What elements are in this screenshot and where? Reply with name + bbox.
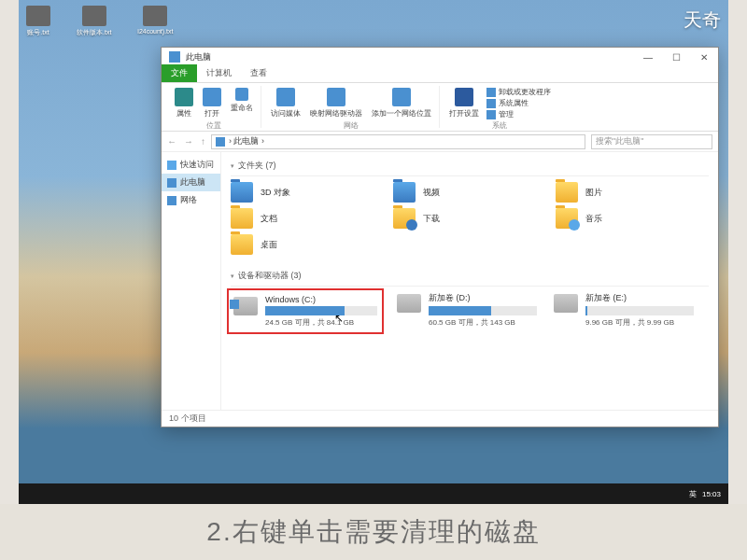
drive-name: 新加卷 (D:) [429,292,537,304]
drive-capacity: 9.96 GB 可用，共 9.99 GB [585,317,694,328]
open-button[interactable]: 打开 [201,86,223,120]
maximize-button[interactable]: ☐ [662,48,690,66]
thispc-icon [169,51,180,63]
nav-pane: 快速访问 此电脑 网络 [162,152,221,410]
titlebar[interactable]: 此电脑 — ☐ ✕ [162,48,718,66]
star-icon [167,161,176,170]
address-bar[interactable]: › 此电脑 › [211,134,585,149]
folder-desktop[interactable]: 桌面 [231,234,384,255]
music-icon [569,219,580,231]
drive-name: 新加卷 (E:) [585,292,694,304]
folder-3dobjects[interactable]: 3D 对象 [231,182,384,203]
programs-icon [486,88,496,97]
drive-icon [554,294,578,313]
uninstall-link[interactable]: 卸载或更改程序 [486,87,551,97]
sidebar-item-network[interactable]: 网络 [162,191,220,209]
usage-bar [429,306,537,315]
clock[interactable]: 15:03 [702,490,721,498]
folder-pictures[interactable]: 图片 [556,182,709,203]
folder-documents[interactable]: 文档 [231,208,384,229]
folder-icon [231,234,253,255]
content-pane[interactable]: 文件夹 (7) 3D 对象 视频 图片 文档 下载 音乐 桌面 设备和驱动器 (… [221,152,718,410]
drive-icon [233,297,258,315]
status-bar: 10 个项目 [162,410,718,427]
drive-capacity: 24.5 GB 可用，共 84.1 GB [265,317,377,328]
sysprops-link[interactable]: 系统属性 [486,98,551,108]
group-label: 位置 [206,120,221,131]
add-network-button[interactable]: 添加一个网络位置 [370,86,433,120]
ribbon-tabs: 文件 计算机 查看 [162,66,718,83]
rename-button[interactable]: 重命名 [229,86,255,120]
folder-music[interactable]: 音乐 [556,208,709,229]
group-label: 系统 [492,120,507,131]
desktop-file-icon[interactable]: 账号.txt [26,6,50,37]
tab-view[interactable]: 查看 [241,64,276,82]
up-button[interactable]: ↑ [201,136,205,147]
taskbar[interactable]: 英 15:03 [19,483,728,504]
network-icon [167,196,176,205]
drive-c[interactable]: Windows (C:) 24.5 GB 可用，共 84.1 GB [231,292,380,330]
tutorial-caption: 2.右键单击需要清理的磁盘 [0,504,747,560]
window-title: 此电脑 [186,51,211,63]
open-settings-button[interactable]: 打开设置 [447,86,481,120]
system-links: 卸载或更改程序 系统属性 管理 [486,86,551,120]
sysprops-icon [486,99,496,108]
section-drives[interactable]: 设备和驱动器 (3) [231,266,709,287]
back-button[interactable]: ← [167,136,176,147]
drive-name: Windows (C:) [265,295,377,304]
media-button[interactable]: 访问媒体 [269,86,303,120]
usage-bar [265,306,377,315]
download-icon [406,219,417,231]
forward-button[interactable]: → [184,136,193,147]
lang-indicator[interactable]: 英 [689,489,697,499]
sidebar-item-thispc[interactable]: 此电脑 [162,174,220,191]
usage-bar [585,306,694,315]
ribbon: 属性 打开 重命名 位置 访问媒体 映射网络驱动器 添加一个网络位置 网络 打开… [162,83,718,132]
thispc-icon [216,137,225,147]
search-input[interactable]: 搜索"此电脑" [591,134,712,149]
manage-link[interactable]: 管理 [486,109,551,119]
drive-capacity: 60.5 GB 可用，共 143 GB [429,317,537,328]
folder-videos[interactable]: 视频 [393,182,546,203]
sidebar-item-quickaccess[interactable]: 快速访问 [162,156,220,174]
file-explorer-window: 此电脑 — ☐ ✕ 文件 计算机 查看 属性 打开 重命名 位置 [161,47,719,427]
folder-icon [556,208,578,229]
minimize-button[interactable]: — [634,48,662,66]
drive-list: Windows (C:) 24.5 GB 可用，共 84.1 GB 新加卷 (D… [231,292,709,330]
map-drive-button[interactable]: 映射网络驱动器 [308,86,364,120]
tab-file[interactable]: 文件 [162,64,197,82]
folder-icon [231,208,253,229]
tab-computer[interactable]: 计算机 [197,64,241,82]
desktop-icons: 账号.txt 软件版本.txt i24count).txt [26,6,173,37]
desktop-file-icon[interactable]: 软件版本.txt [77,6,111,37]
drive-e[interactable]: 新加卷 (E:) 9.96 GB 可用，共 9.99 GB [554,292,694,330]
address-bar-row: ← → ↑ › 此电脑 › 搜索"此电脑" [162,132,718,152]
folder-icon [556,182,578,203]
folder-icon [231,182,253,203]
desktop-file-icon[interactable]: i24count).txt [137,6,173,37]
desktop-screen: 账号.txt 软件版本.txt i24count).txt 天奇 此电脑 — ☐… [19,0,728,504]
manage-icon [486,110,496,119]
properties-button[interactable]: 属性 [173,86,195,120]
group-label: 网络 [344,120,359,131]
drive-icon [397,294,421,313]
folder-icon [393,208,416,229]
folder-icon [393,182,416,203]
folder-downloads[interactable]: 下载 [393,208,546,229]
pc-icon [167,178,176,188]
watermark: 天奇 [684,7,721,33]
close-button[interactable]: ✕ [690,48,718,66]
drive-d[interactable]: 新加卷 (D:) 60.5 GB 可用，共 143 GB [397,292,537,330]
section-folders[interactable]: 文件夹 (7) [231,156,709,176]
folder-grid: 3D 对象 视频 图片 文档 下载 音乐 桌面 [231,182,709,255]
